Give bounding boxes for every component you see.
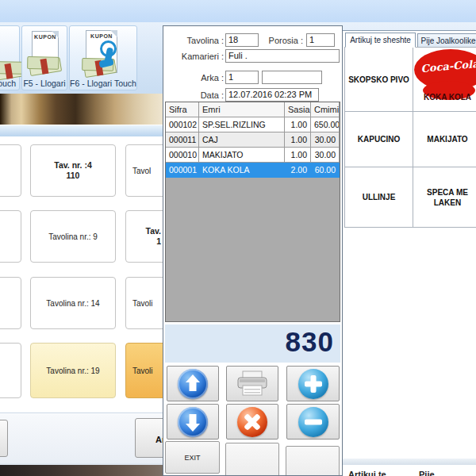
table-button-label: Tav. nr. :4 [54, 160, 91, 171]
toolbar-button-label: F5 - Llogari [22, 79, 67, 88]
product-button-kapucino[interactable]: KAPUCINO [344, 111, 413, 167]
cell-cmimi: 30.00 [311, 148, 340, 163]
product-button-speca-me-laken[interactable]: SPECA ME LAKEN [413, 167, 476, 228]
table-button-tav4[interactable]: Tav. nr. :4 110 [30, 144, 116, 197]
table-button-cut[interactable]: Tavol [125, 144, 164, 197]
total-amount: 830 [286, 326, 334, 358]
cell-emri: CAJ [199, 132, 285, 148]
cell-sasia: 1.00 [285, 132, 311, 148]
table-button-cut[interactable]: Tavoli [125, 277, 164, 329]
toolbar-button-partial-touch[interactable]: Touch [0, 25, 20, 90]
table-row[interactable]: 000010 MAKIJATO 1.00 30.00 [166, 148, 340, 163]
panel-bottom-edge [342, 459, 476, 465]
delete-item-button[interactable] [226, 404, 278, 440]
arrow-up-icon [178, 369, 208, 399]
kamarieri-field[interactable]: Fuli . [225, 49, 340, 63]
product-label: KAPUCINO [358, 134, 400, 144]
table-button-label: Tavolina nr.: 19 [46, 366, 99, 376]
toolbar-button-f5-llogari[interactable]: KUPON F5 - Llogari [21, 25, 67, 90]
cell-cmimi: 30.00 [311, 132, 340, 148]
product-button-skopsko-pivo[interactable]: SKOPSKO PIVO [344, 47, 413, 112]
touch-hand-icon [100, 40, 119, 69]
table-header-row: Sifra Emri Sasia Cmimi [166, 102, 340, 117]
table-button-tav9[interactable]: Tavolina nr.: 9 [30, 210, 116, 263]
cell-sasia: 1.00 [285, 117, 311, 132]
print-button[interactable] [226, 366, 278, 401]
cell-cmimi: 60.00 [311, 163, 340, 178]
toolbar-button-label: F6 - Llogari Touch [70, 79, 136, 88]
bottom-bar-button-ar[interactable]: Ar [135, 418, 164, 458]
add-item-button[interactable] [286, 366, 340, 401]
tavolina-field[interactable]: 18 [225, 33, 259, 47]
cell-sifra: 000001 [166, 163, 199, 178]
table-button-tav19[interactable]: Tavolina nr.: 19 [30, 343, 116, 398]
table-row[interactable]: 000102 SP.SEL.RIZLING 1.00 650.00 [166, 117, 340, 132]
footer-dark-banner [0, 463, 164, 476]
product-label: ULLINJE [363, 192, 396, 202]
delete-x-icon [237, 407, 267, 437]
product-label: SKOPSKO PIVO [348, 75, 409, 85]
tab-artikuj-te-sheshte[interactable]: Artikuj te sheshte [345, 33, 416, 48]
arka-field[interactable]: 1 [225, 71, 259, 84]
table-button-label: Tavol [132, 166, 151, 176]
porosia-field[interactable]: 1 [306, 33, 335, 47]
product-button-ullinje[interactable]: ULLINJE [344, 167, 413, 228]
kamarieri-label: Kamarieri : [167, 52, 224, 61]
table-button-partial[interactable] [0, 144, 21, 197]
divider-strip [0, 125, 164, 136]
product-button-koka-kola[interactable]: Coca-Cola KOKA KOLA [413, 47, 476, 112]
cut-off-tab-label[interactable]: Artikuj te [348, 470, 386, 476]
cell-emri: SP.SEL.RIZLING [199, 117, 285, 132]
cell-cmimi: 650.00 [311, 117, 340, 132]
pos-app: Touch KUPON F5 - Llogari KUPON F6 - Llog… [0, 0, 476, 476]
order-dialog: Tavolina : 18 Porosia : 1 Kamarieri : Fu… [163, 25, 343, 476]
table-button-label: 110 [67, 171, 80, 181]
cut-off-tab-row: Artikuj te Pije [342, 465, 476, 476]
move-down-button[interactable] [167, 404, 219, 440]
table-button-partial[interactable] [0, 343, 21, 398]
table-button-cut[interactable]: Tavoli [125, 343, 164, 398]
minus-icon [298, 407, 328, 437]
arka-label: Arka : [167, 73, 224, 83]
remove-item-button[interactable] [286, 404, 340, 440]
toolbar-button-f6-llogari-touch[interactable]: KUPON F6 - Llogari Touch [69, 25, 137, 90]
tavolina-label: Tavolina : [167, 36, 224, 45]
table-row-selected[interactable]: 000001 KOKA KOLA 2.00 60.00 [166, 163, 340, 178]
table-button-tav14[interactable]: Tavolina nr.: 14 [30, 277, 116, 329]
product-button-makijato[interactable]: MAKIJATO [413, 111, 476, 167]
bottom-action-bar: Ar [0, 413, 164, 464]
exit-button[interactable]: EXIT [165, 441, 220, 474]
f9-incizo-button[interactable]: F9 - Incizo [286, 446, 340, 476]
table-button-label: Tavoli [132, 298, 153, 309]
bottom-bar-button-partial[interactable] [0, 420, 8, 457]
money-stack-icon [29, 57, 62, 76]
table-button-label: Tav. [146, 226, 161, 236]
plus-icon [298, 369, 328, 399]
f11-storno-button[interactable]: F11 - Storno [225, 443, 279, 476]
table-button-label: Tavolina nr.: 9 [48, 232, 98, 242]
products-panel: Artikuj te sheshte Pije Joalkoolike SKOP… [342, 30, 476, 459]
arrow-down-icon [178, 407, 208, 437]
table-button-label: Tavolina nr.: 14 [46, 298, 99, 309]
data-field[interactable]: 12.07.2016 02:23 PM [225, 88, 319, 102]
table-button-cut[interactable]: Tav. 1 [125, 210, 164, 263]
table-button-partial[interactable] [0, 210, 21, 263]
column-header-sasia: Sasia [285, 102, 311, 117]
header-wood-banner [0, 94, 164, 125]
move-up-button[interactable] [167, 366, 219, 401]
tables-grid: Tav. nr. :4 110 Tavol Tavolina nr.: 9 Ta… [0, 136, 164, 413]
cell-sifra: 000102 [166, 117, 199, 132]
tab-pije-joalkoolike[interactable]: Pije Joalkoolike [417, 33, 476, 48]
product-label: KOKA KOLA [413, 92, 476, 102]
arka-secondary-field[interactable] [262, 71, 322, 84]
window-title-band [0, 0, 476, 23]
order-items-table: Sifra Emri Sasia Cmimi 000102 SP.SEL.RIZ… [165, 102, 340, 322]
column-header-cmimi: Cmimi [311, 102, 340, 117]
cut-off-tab-label[interactable]: Pije [419, 470, 435, 476]
porosia-label: Porosia : [259, 36, 303, 45]
table-row[interactable]: 000011 CAJ 1.00 30.00 [166, 132, 340, 148]
cell-sasia: 2.00 [285, 163, 311, 178]
table-button-partial[interactable] [0, 277, 21, 329]
toolbar-button-label: Touch [0, 79, 19, 88]
table-button-label: 1 [156, 236, 161, 247]
